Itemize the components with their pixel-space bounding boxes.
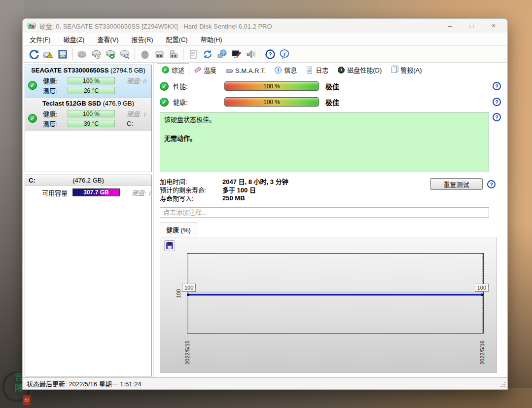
partition-item-c[interactable]: C: (476.2 GB) bbox=[25, 175, 151, 186]
disk-check-icon[interactable] bbox=[104, 47, 118, 61]
drive-item-seagate[interactable]: SEAGATE ST33000650SS (2794.5 GB) ✓ 健康: 1… bbox=[25, 65, 151, 98]
health-bar: 100 % bbox=[224, 97, 319, 107]
maximize-button[interactable]: □ bbox=[461, 19, 483, 32]
free-space-label: 可用容量 bbox=[42, 188, 72, 197]
help-icon[interactable]: ? bbox=[493, 98, 501, 106]
wallpaper-seal-stamp: 印 bbox=[23, 395, 31, 405]
tab-disk-performance[interactable]: 磁盘性能(D) bbox=[333, 64, 386, 76]
minimize-button[interactable]: – bbox=[439, 19, 461, 32]
help-icon[interactable]: ? bbox=[263, 47, 277, 61]
menu-report[interactable]: 报告(R) bbox=[130, 33, 155, 45]
lifetime-stats: 加电时间: 2047 日, 8 小时, 3 分钟 预计的剩余寿命: 多于 100… bbox=[154, 177, 507, 202]
menu-file[interactable]: 文件(F) bbox=[28, 33, 53, 45]
health-bar: 100 % bbox=[68, 110, 115, 117]
health-graph-panel: 100 100 100 2022/5/15 2022/5/16 bbox=[160, 237, 497, 373]
refresh-icon[interactable] bbox=[27, 47, 41, 61]
main-panel: ✓ 综述 温度 S.M.A.R.T. i 信息 日志 磁盘性能(D) bbox=[154, 63, 507, 377]
surface-test-icon[interactable] bbox=[229, 47, 243, 61]
lifetime-writes-value: 250 MB bbox=[222, 194, 245, 202]
health-label: 健康: bbox=[43, 76, 68, 85]
drive-item-teclast[interactable]: Teclast 512GB SSD (476.9 GB) ✓ 健康: 100 %… bbox=[25, 98, 151, 131]
tab-log[interactable]: 日志 bbox=[301, 64, 333, 76]
close-button[interactable]: × bbox=[483, 19, 504, 32]
help-icon[interactable]: ? bbox=[493, 82, 501, 90]
toolbar: ? i bbox=[23, 46, 507, 63]
temp-bar: 26 °C bbox=[68, 87, 115, 94]
disk-disabled-icon bbox=[75, 47, 89, 61]
save-graph-button[interactable] bbox=[164, 240, 175, 251]
performance-bar: 100 % bbox=[224, 81, 319, 91]
disk-clock-icon[interactable] bbox=[89, 47, 104, 61]
retest-button[interactable]: 重复测试 bbox=[430, 178, 483, 190]
connector-icon[interactable] bbox=[152, 47, 166, 61]
free-space-bar: 307.7 GB bbox=[72, 188, 120, 196]
tab-alerts[interactable]: 警报(A) bbox=[386, 64, 426, 76]
disk-icon bbox=[226, 69, 233, 73]
network-icon[interactable] bbox=[214, 47, 229, 61]
help-icon[interactable]: ? bbox=[487, 180, 496, 188]
health-label: 健康: bbox=[43, 109, 68, 118]
x-axis-tick-left: 2022/5/15 bbox=[184, 337, 191, 365]
tab-temperature[interactable]: 温度 bbox=[189, 64, 221, 76]
tab-information[interactable]: i 信息 bbox=[270, 64, 301, 76]
comment-input[interactable] bbox=[160, 207, 489, 218]
partition-capacity: (476.2 GB) bbox=[47, 177, 130, 184]
menu-disk[interactable]: 磁盘(Z) bbox=[62, 33, 87, 45]
disk-warning-icon[interactable] bbox=[41, 47, 55, 61]
status-message-box: 该硬盘状态极佳。 无需动作。 bbox=[160, 112, 489, 172]
graph-tab-label: 健康 (%) bbox=[166, 225, 191, 234]
wallpaper-sky-right bbox=[507, 0, 532, 408]
drive-list: SEAGATE ST33000650SS (2794.5 GB) ✓ 健康: 1… bbox=[25, 65, 152, 172]
health-label: 健康: bbox=[173, 97, 224, 107]
toolbar-separator bbox=[183, 48, 183, 60]
gauge-icon bbox=[338, 67, 345, 74]
comment-row bbox=[154, 207, 507, 218]
health-rating: 极佳 bbox=[325, 97, 339, 107]
tab-smart[interactable]: S.M.A.R.T. bbox=[221, 66, 270, 76]
y-axis-tick: 100 bbox=[176, 289, 181, 298]
app-icon bbox=[28, 23, 35, 29]
title-bar[interactable]: 硬盘: 0, SEAGATE ST33000650SS [Z294W5KX] -… bbox=[23, 19, 507, 33]
tab-overview[interactable]: ✓ 综述 bbox=[157, 63, 189, 76]
app-window: 硬盘: 0, SEAGATE ST33000650SS [Z294W5KX] -… bbox=[22, 18, 508, 390]
status-message-line1: 该硬盘状态极佳。 bbox=[164, 114, 485, 124]
disk-search-icon[interactable] bbox=[118, 47, 132, 61]
disk-window-icon[interactable] bbox=[55, 47, 70, 61]
temp-bar: 39 °C bbox=[68, 120, 115, 127]
x-axis-tick-right: 2022/5/16 bbox=[479, 337, 486, 365]
sound-icon[interactable] bbox=[243, 47, 257, 61]
menu-config[interactable]: 配置(C) bbox=[164, 33, 190, 45]
report-icon[interactable] bbox=[186, 47, 200, 61]
menu-view[interactable]: 查看(V) bbox=[95, 33, 120, 45]
drive-capacity: (476.9 GB) bbox=[103, 100, 135, 107]
drive-name: SEAGATE ST33000650SS bbox=[31, 67, 108, 74]
log-document-icon bbox=[307, 67, 312, 74]
drive-title: SEAGATE ST33000650SS (2794.5 GB) bbox=[28, 67, 148, 74]
toolbar-separator bbox=[135, 48, 135, 60]
drive-ok-icon: ✓ bbox=[28, 81, 37, 90]
sync-icon[interactable] bbox=[200, 47, 214, 61]
point-label-left: 100 bbox=[182, 284, 196, 292]
svg-text:?: ? bbox=[268, 51, 272, 57]
menu-help[interactable]: 帮助(H) bbox=[199, 33, 224, 45]
point-label-right: 100 bbox=[475, 284, 489, 292]
status-bar: 状态最后更新: 2022/5/16 星期一 1:51:24 bbox=[23, 377, 507, 389]
status-message-row: 该硬盘状态极佳。 无需动作。 ? bbox=[154, 112, 507, 172]
disk-number: 硬盘: 1 bbox=[122, 188, 151, 197]
connector-alt-icon[interactable] bbox=[166, 47, 180, 61]
drive-capacity: (2794.5 GB) bbox=[110, 67, 145, 74]
resize-grip[interactable] bbox=[499, 381, 506, 388]
performance-rating: 极佳 bbox=[325, 81, 339, 91]
performance-label: 性能: bbox=[173, 81, 224, 91]
floppy-icon bbox=[166, 242, 173, 249]
temp-label: 温度: bbox=[43, 86, 68, 95]
tab-health-graph[interactable]: 健康 (%) bbox=[160, 223, 197, 237]
alert-pages-icon bbox=[391, 67, 397, 73]
info-icon[interactable]: i bbox=[277, 47, 291, 61]
status-last-updated: 状态最后更新: 2022/5/16 星期一 1:51:24 bbox=[27, 379, 142, 388]
partition-letter: C: bbox=[25, 177, 47, 184]
tab-label: 警报(A) bbox=[400, 65, 422, 74]
drive-title: Teclast 512GB SSD (476.9 GB) bbox=[28, 100, 148, 107]
help-icon[interactable]: ? bbox=[493, 113, 501, 121]
tab-label: S.M.A.R.T. bbox=[235, 67, 266, 74]
